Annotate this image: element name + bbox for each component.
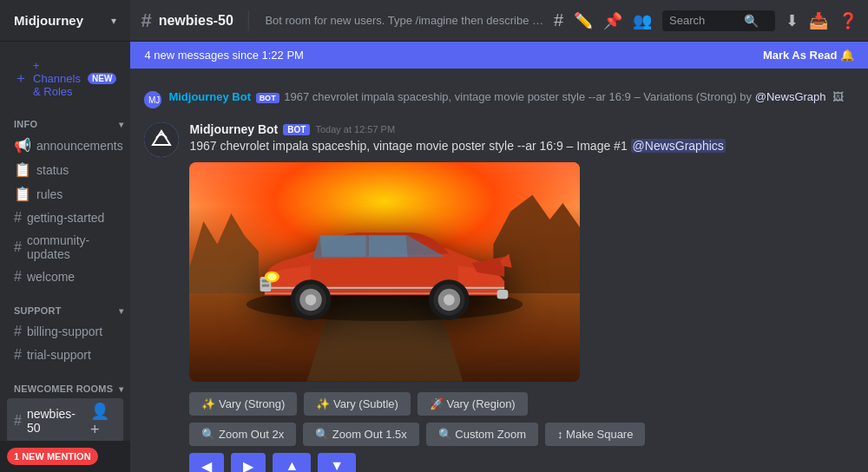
channel-description: Bot room for new users. Type /imagine th… (265, 14, 546, 27)
channel-topbar-name: newbies-50 (159, 13, 233, 29)
topbar: # newbies-50 │ Bot room for new users. T… (130, 0, 868, 42)
notification-bar: 4 new messages since 1:22 PM Mark As Rea… (130, 42, 868, 69)
preview-message-text: Midjourney Bot BOT 1967 chevrolet impala… (168, 89, 844, 105)
attachment-icon: 🖼 (832, 90, 844, 103)
nav-down-button[interactable]: ▼ (318, 453, 356, 472)
action-buttons: ✨ Vary (Strong) ✨ Vary (Subtle) 🚀 Vary (… (189, 392, 854, 416)
nav-buttons: ◀ ▶ ▲ ▼ (189, 453, 854, 472)
zoom-out-2x-button[interactable]: 🔍 Zoom Out 2x (189, 423, 296, 446)
vary-region-button[interactable]: 🚀 Vary (Region) (418, 392, 528, 416)
server-header[interactable]: Midjourney ▾ (0, 0, 130, 42)
main-content: # newbies-50 │ Bot room for new users. T… (130, 0, 868, 472)
preview-message: MJ Midjourney Bot BOT 1967 chevrolet imp… (144, 82, 854, 115)
section-chevron-icon: ▾ (119, 120, 123, 129)
hash-icon: # (14, 210, 22, 226)
plus-icon: ＋ (14, 69, 28, 88)
nav-up-button[interactable]: ▲ (273, 453, 311, 472)
search-box[interactable]: 🔍 (662, 10, 775, 31)
make-square-button[interactable]: ↕ Make Square (545, 423, 645, 446)
sidebar-item-announcements[interactable]: 📢 announcements (7, 134, 123, 157)
chevron-down-icon: ▾ (111, 15, 116, 27)
server-name: Midjourney (14, 13, 83, 28)
bot-badge: BOT (283, 124, 310, 135)
message-body: 1967 chevrolet impala spaceship, vintage… (189, 138, 854, 155)
topbar-icons: # ✏️ 📌 👥 🔍 ⬇ 📥 ❓ (554, 10, 858, 31)
main-message: Midjourney Bot BOT Today at 12:57 PM 196… (144, 122, 854, 472)
preview-bot-name: Midjourney Bot (168, 90, 251, 103)
sidebar-item-welcome[interactable]: # welcome (7, 266, 123, 288)
mark-as-read-button[interactable]: Mark As Read 🔔 (763, 49, 854, 62)
sidebar-item-trial-support[interactable]: # trial-support (7, 344, 123, 366)
pencil-icon[interactable]: ✏️ (574, 11, 593, 30)
section-chevron-icon: ▾ (119, 306, 123, 316)
sidebar-item-getting-started[interactable]: # getting-started (7, 206, 123, 229)
zoom-out-15x-button[interactable]: 🔍 Zoom Out 1.5x (303, 423, 419, 446)
notification-text: 4 new messages since 1:22 PM (144, 49, 304, 62)
bot-badge-small: BOT (256, 93, 279, 103)
custom-zoom-button[interactable]: 🔍 Custom Zoom (426, 423, 538, 446)
new-mention-button[interactable]: 1 NEW MENTION (7, 448, 98, 465)
add-channels-button[interactable]: ＋ + Channels & Roles NEW (7, 56, 123, 102)
mention-tag: @NewsGraphics (631, 139, 726, 153)
bot-avatar-small: MJ (144, 91, 161, 108)
hashtag-icon[interactable]: # (554, 10, 563, 30)
rules-icon: 📋 (14, 186, 31, 202)
generated-image (189, 162, 580, 382)
chat-area[interactable]: MJ Midjourney Bot BOT 1967 chevrolet imp… (130, 69, 868, 472)
new-badge: NEW (88, 73, 116, 84)
nav-right-button[interactable]: ▶ (231, 453, 266, 472)
hash-icon: # (14, 269, 22, 285)
bot-name: Midjourney Bot (189, 122, 278, 136)
action-buttons-row2: 🔍 Zoom Out 2x 🔍 Zoom Out 1.5x 🔍 Custom Z… (189, 423, 854, 446)
add-member-icon: 👤+ (90, 402, 116, 439)
generated-image-container (189, 162, 580, 382)
sidebar-item-billing-support[interactable]: # billing-support (7, 320, 123, 343)
hash-icon: # (14, 347, 22, 363)
svg-point-16 (444, 294, 455, 305)
pin-icon[interactable]: 📌 (603, 11, 622, 30)
hash-icon: # (14, 413, 22, 429)
vary-strong-button[interactable]: ✨ Vary (Strong) (189, 392, 297, 416)
svg-point-2 (144, 122, 179, 157)
bottom-bar: 1 NEW MENTION (0, 441, 130, 472)
megaphone-icon: 📢 (14, 137, 31, 154)
bell-icon: 🔔 (840, 49, 854, 62)
vary-subtle-button[interactable]: ✨ Vary (Subtle) (304, 392, 411, 416)
hash-icon: # (14, 239, 22, 255)
members-icon[interactable]: 👥 (633, 11, 652, 30)
hash-icon: # (14, 324, 22, 339)
newcomer-rooms-section: NEWCOMER ROOMS ▾ # newbies-50 👤+ # newbi… (0, 380, 130, 441)
search-icon: 🔍 (744, 14, 759, 28)
support-section-header[interactable]: SUPPORT ▾ (0, 302, 130, 319)
nav-left-button[interactable]: ◀ (189, 453, 224, 472)
svg-point-8 (267, 273, 277, 281)
channel-hash-icon: # (141, 10, 151, 32)
section-chevron-icon: ▾ (119, 384, 123, 394)
inbox-icon[interactable]: 📥 (809, 11, 828, 30)
search-input[interactable] (669, 14, 739, 27)
preview-content: 1967 chevrolet impala spaceship, vintage… (284, 90, 825, 103)
svg-text:MJ: MJ (148, 95, 160, 105)
sidebar-item-newbies-50[interactable]: # newbies-50 👤+ (7, 398, 123, 441)
info-section: INFO ▾ 📢 announcements 📋 status 📋 rules … (0, 115, 130, 288)
support-section: SUPPORT ▾ # billing-support # trial-supp… (0, 302, 130, 366)
help-icon[interactable]: ❓ (838, 11, 858, 30)
svg-rect-6 (262, 284, 270, 286)
message-time: Today at 12:57 PM (315, 124, 395, 134)
sidebar-item-status[interactable]: 📋 status (7, 158, 123, 181)
svg-rect-17 (497, 290, 509, 299)
info-section-header[interactable]: INFO ▾ (0, 115, 130, 133)
topbar-divider: │ (244, 10, 255, 30)
svg-point-12 (306, 294, 317, 305)
newcomer-rooms-section-header[interactable]: NEWCOMER ROOMS ▾ (0, 380, 130, 397)
message-content: Midjourney Bot BOT Today at 12:57 PM 196… (189, 122, 854, 472)
clipboard-icon: 📋 (14, 161, 31, 178)
sidebar-item-rules[interactable]: 📋 rules (7, 182, 123, 206)
download-icon[interactable]: ⬇ (786, 11, 799, 30)
sidebar: Midjourney ▾ ＋ + Channels & Roles NEW IN… (0, 0, 130, 472)
message-header: Midjourney Bot BOT Today at 12:57 PM (189, 122, 854, 136)
bot-avatar (144, 122, 179, 157)
channels-list: ＋ + Channels & Roles NEW INFO ▾ 📢 announ… (0, 42, 130, 441)
sidebar-item-community-updates[interactable]: # community-updates (7, 230, 123, 265)
